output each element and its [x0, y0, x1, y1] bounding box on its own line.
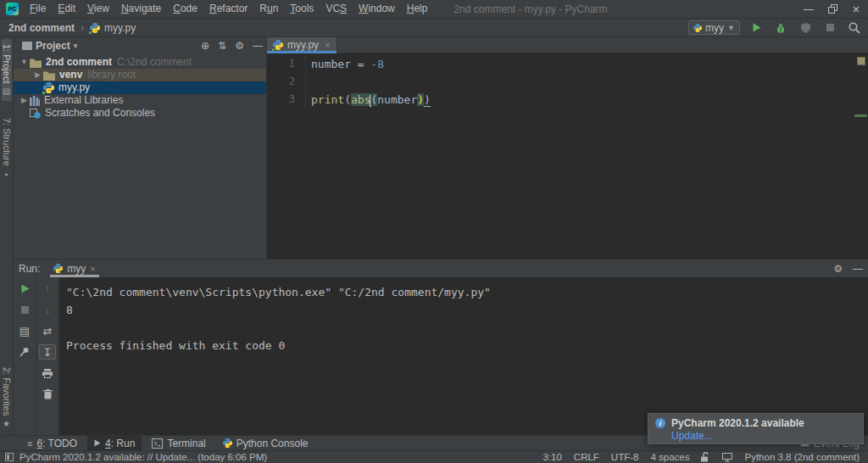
code-line-1[interactable]: 1number = -8	[267, 55, 868, 73]
editor-tab-label: myy.py	[287, 39, 319, 51]
locate-file-button[interactable]: ⊕	[201, 40, 209, 52]
scroll-to-end-button[interactable]: ↧	[39, 344, 56, 360]
python-icon	[53, 264, 63, 273]
run-console-output[interactable]: "C:\2nd comment\venv\Scripts\python.exe"…	[59, 277, 868, 435]
toolwindow-button-4-run[interactable]: 4: Run	[87, 436, 142, 451]
indent-widget[interactable]: 4 spaces	[650, 452, 689, 462]
stop-button[interactable]	[821, 20, 838, 36]
tree-item-venv[interactable]: ▶venvlibrary root	[14, 69, 266, 81]
toolwindow-button-terminal[interactable]: Terminal	[145, 436, 212, 451]
menu-window[interactable]: Window	[353, 0, 401, 18]
stripe-favorites-button[interactable]: 2: Favorites ★	[2, 362, 12, 433]
favorites-star-icon: ★	[3, 419, 10, 428]
lock-icon[interactable]	[701, 452, 710, 462]
code-editor[interactable]: 1number = -823print(abs(number))	[267, 53, 868, 259]
run-tool-window: Run: myy × ⚙ — ▤	[14, 259, 868, 435]
status-message[interactable]: PyCharm 2020.1.2 available: // Update...…	[19, 452, 267, 462]
editor-tab-myy[interactable]: myy.py ×	[267, 37, 337, 53]
debug-button[interactable]	[772, 20, 789, 36]
collapse-all-button[interactable]: ⇅	[218, 40, 226, 52]
python-icon	[43, 82, 54, 93]
close-tab-icon[interactable]: ×	[325, 40, 330, 50]
stripe-project-button[interactable]: 1: Project ▤	[2, 39, 12, 101]
down-stack-trace-button[interactable]: ↓	[39, 302, 56, 317]
rerun-button[interactable]	[16, 281, 33, 296]
breadcrumb-separator-icon: ›	[81, 22, 84, 34]
toolwindow-toggle-icon[interactable]	[5, 453, 14, 461]
folder-icon	[30, 58, 42, 68]
breadcrumb-project[interactable]: 2nd comment	[8, 22, 75, 34]
maximize-button[interactable]	[821, 0, 844, 18]
print-button[interactable]	[39, 365, 56, 381]
line-number: 1	[267, 55, 306, 73]
menu-edit[interactable]: Edit	[52, 0, 81, 18]
project-header: Project ▾ ⊕ ⇅ ⚙ —	[14, 37, 266, 54]
toolwindow-button-6-todo[interactable]: ≡6: TODO	[20, 436, 84, 451]
code-line-2[interactable]: 2	[267, 73, 868, 91]
interpreter-widget[interactable]: Python 3.8 (2nd comment)	[744, 452, 860, 462]
structure-stripe-icon: ▪	[5, 170, 8, 179]
menu-run[interactable]: Run	[253, 0, 284, 18]
project-tree: ▼2nd commentC:\2nd comment▶venvlibrary r…	[14, 54, 266, 120]
terminal-icon	[152, 438, 163, 449]
project-view-select[interactable]: Project ▾	[22, 40, 77, 52]
menu-tools[interactable]: Tools	[284, 0, 320, 18]
console-line: 8	[66, 301, 868, 319]
minimize-button[interactable]: —	[797, 0, 821, 18]
run-tab-myy[interactable]: myy ×	[48, 259, 100, 277]
tree-right-arrow-icon[interactable]: ▶	[19, 94, 30, 107]
run-settings-button[interactable]: ⚙	[833, 263, 843, 275]
encoding-widget[interactable]: UTF-8	[611, 452, 639, 462]
tree-item-myy-py[interactable]: myy.py	[14, 81, 266, 94]
close-run-tab-icon[interactable]: ×	[90, 264, 95, 274]
tree-item-2nd-comment[interactable]: ▼2nd commentC:\2nd comment	[14, 56, 266, 69]
project-settings-button[interactable]: ⚙	[235, 40, 244, 52]
hide-project-button[interactable]: —	[253, 40, 263, 52]
tree-item-scratches-and-consoles[interactable]: Scratches and Consoles	[14, 107, 266, 120]
hide-run-button[interactable]: —	[853, 263, 863, 275]
coverage-button[interactable]	[797, 20, 814, 36]
update-notification[interactable]: i PyCharm 2020.1.2 available Update...	[648, 413, 864, 444]
code-line-3[interactable]: 3print(abs(number))	[267, 91, 868, 109]
tree-right-arrow-icon[interactable]: ▶	[32, 69, 43, 81]
libraries-icon	[30, 96, 40, 106]
menu-navigate[interactable]: Navigate	[115, 0, 167, 18]
soft-wrap-button[interactable]: ⇄	[39, 323, 56, 338]
breadcrumb-file[interactable]: myy.py	[104, 22, 136, 34]
toolwindow-button-python-console[interactable]: Python Console	[216, 436, 315, 451]
caret-position-widget[interactable]: 3:10	[542, 452, 561, 462]
menu-file[interactable]: File	[24, 0, 52, 18]
change-marker	[854, 114, 867, 117]
chevron-down-icon: ▾	[74, 42, 78, 50]
run-label: Run:	[19, 263, 40, 275]
close-button[interactable]: ×	[844, 0, 868, 18]
menu-code[interactable]: Code	[167, 0, 203, 18]
clear-console-button[interactable]	[39, 387, 56, 402]
up-stack-trace-button[interactable]: ↑	[39, 281, 56, 296]
search-everywhere-button[interactable]	[846, 20, 863, 36]
line-separator-widget[interactable]: CRLF	[574, 452, 599, 462]
editor-tab-bar: myy.py ×	[267, 37, 868, 53]
pin-tab-button[interactable]	[16, 344, 33, 360]
run-configuration-name: myy	[705, 22, 724, 34]
info-icon: i	[655, 418, 665, 428]
restore-layout-button[interactable]: ▤	[16, 323, 33, 338]
left-tool-stripe: 1: Project ▤ 7: Structure ▪ 2: Favorites…	[0, 37, 14, 435]
menu-refactor[interactable]: Refactor	[203, 0, 253, 18]
project-stripe-icon: ▤	[3, 86, 10, 96]
line-number: 2	[267, 73, 306, 91]
run-button[interactable]	[748, 20, 765, 36]
menu-view[interactable]: View	[81, 0, 115, 18]
menu-help[interactable]: Help	[401, 0, 434, 18]
modified-badge-icon	[88, 31, 92, 35]
tree-down-arrow-icon[interactable]: ▼	[19, 56, 30, 69]
screen-reader-icon[interactable]	[722, 453, 732, 462]
stripe-structure-button[interactable]: 7: Structure ▪	[2, 113, 12, 184]
run-configuration-select[interactable]: myy ▼	[688, 20, 740, 35]
notification-update-link[interactable]: Update...	[671, 430, 856, 442]
stripe-favorites-label: 2: Favorites	[2, 367, 12, 416]
menu-vcs[interactable]: VCS	[320, 0, 353, 18]
inspection-status-icon[interactable]	[857, 57, 865, 65]
tree-item-external-libraries[interactable]: ▶External Libraries	[14, 94, 266, 107]
stop-process-button[interactable]	[16, 302, 33, 317]
